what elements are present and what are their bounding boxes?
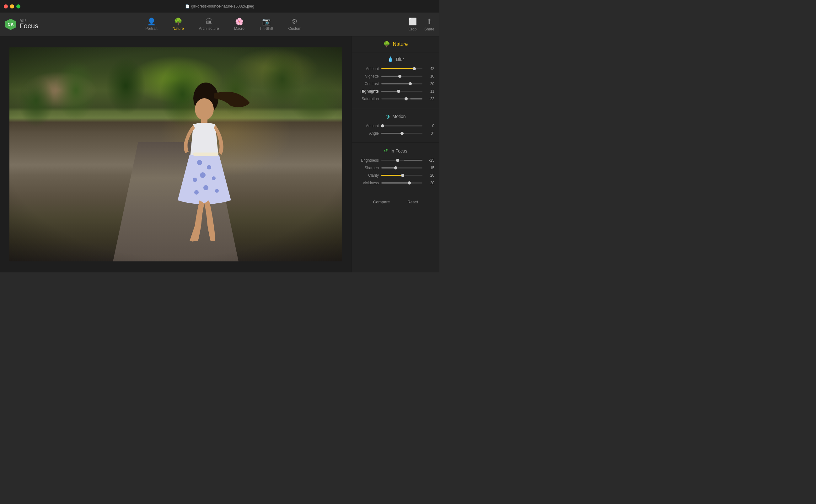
motion-angle-fill (381, 133, 402, 134)
motion-angle-value: 0° (425, 131, 434, 136)
logo-area: CK 2016 Focus (5, 19, 38, 30)
highlights-thumb[interactable] (397, 90, 400, 93)
share-label: Share (424, 27, 434, 31)
reset-button[interactable]: Reset (405, 198, 421, 206)
saturation-fill (410, 98, 422, 99)
contrast-label: Contrast (357, 82, 379, 86)
blur-amount-slider[interactable] (381, 68, 422, 69)
saturation-value: -22 (425, 97, 434, 101)
brightness-thumb[interactable] (396, 159, 399, 162)
motion-section: ◑ Motion Amount 0 Angle (352, 110, 439, 141)
clarity-slider[interactable] (381, 175, 422, 176)
right-panel: 🌳 Nature 💧 Blur Amount 42 (352, 36, 439, 272)
contrast-fill (381, 83, 410, 84)
tab-portrait-label: Portrait (145, 26, 158, 31)
nav-tabs: 👤 Portrait 🌳 Nature 🏛 Architecture 🌸 Mac… (51, 16, 396, 33)
bottom-actions: Compare Reset (352, 193, 439, 211)
logo-icon: CK (5, 19, 16, 30)
divider-2 (352, 142, 439, 143)
photo-container (5, 41, 346, 267)
saturation-label: Saturation (357, 97, 379, 101)
highlights-label: Highlights (357, 89, 379, 94)
close-button[interactable] (4, 4, 8, 8)
compare-button[interactable]: Compare (371, 198, 392, 206)
vividness-row: Vividness 20 (357, 181, 434, 185)
tab-custom-label: Custom (288, 26, 301, 31)
blur-title: Blur (396, 57, 404, 62)
sharpen-fill (381, 167, 396, 169)
brightness-label: Brightness (357, 158, 379, 163)
tab-nature[interactable]: 🌳 Nature (165, 16, 191, 33)
photo-vignette (9, 47, 342, 261)
motion-angle-slider[interactable] (381, 133, 422, 134)
saturation-slider[interactable] (381, 98, 422, 99)
photo-canvas (9, 47, 342, 261)
tiltshift-icon: 📷 (262, 18, 271, 25)
architecture-icon: 🏛 (206, 18, 212, 25)
motion-angle-label: Angle (357, 131, 379, 136)
highlights-fill (381, 91, 399, 92)
tab-portrait[interactable]: 👤 Portrait (138, 16, 165, 33)
contrast-value: 20 (425, 82, 434, 86)
vignette-value: 10 (425, 74, 434, 78)
tab-architecture-label: Architecture (199, 26, 219, 31)
tab-macro[interactable]: 🌸 Macro (227, 16, 252, 33)
motion-title: Motion (392, 114, 405, 119)
clarity-thumb[interactable] (401, 174, 404, 177)
panel-header-title: Nature (393, 41, 408, 47)
macro-icon: 🌸 (235, 18, 244, 25)
vividness-slider[interactable] (381, 182, 422, 184)
portrait-icon: 👤 (147, 18, 156, 25)
vignette-thumb[interactable] (398, 75, 401, 78)
motion-amount-row: Amount 0 (357, 124, 434, 128)
clarity-row: Clarity 20 (357, 173, 434, 178)
motion-amount-thumb[interactable] (381, 124, 384, 127)
crop-icon: ⬜ (408, 18, 417, 26)
crop-button[interactable]: ⬜ Crop (408, 18, 417, 31)
titlebar: 📄 girl-dress-bounce-nature-160826.jpeg (0, 0, 439, 13)
blur-amount-thumb[interactable] (413, 67, 416, 70)
motion-amount-slider[interactable] (381, 125, 422, 126)
maximize-button[interactable] (16, 4, 20, 8)
blur-section-header: 💧 Blur (357, 56, 434, 62)
motion-angle-thumb[interactable] (400, 132, 404, 135)
sharpen-row: Sharpen 15 (357, 166, 434, 170)
sharpen-slider[interactable] (381, 167, 422, 169)
traffic-lights (4, 4, 20, 8)
tab-nature-label: Nature (173, 26, 184, 31)
panel-header: 🌳 Nature (352, 36, 439, 52)
sharpen-thumb[interactable] (394, 166, 397, 169)
motion-section-header: ◑ Motion (357, 113, 434, 119)
clarity-label: Clarity (357, 173, 379, 178)
custom-icon: ⚙ (292, 18, 298, 25)
sharpen-label: Sharpen (357, 166, 379, 170)
saturation-thumb[interactable] (405, 97, 408, 100)
vividness-thumb[interactable] (408, 181, 411, 185)
vignette-slider[interactable] (381, 76, 422, 77)
blur-icon: 💧 (387, 56, 394, 62)
blur-amount-value: 42 (425, 67, 434, 71)
share-button[interactable]: ⬆ Share (424, 18, 434, 31)
blur-amount-row: Amount 42 (357, 67, 434, 71)
brightness-row: Brightness -25 (357, 158, 434, 163)
highlights-slider[interactable] (381, 91, 422, 92)
tab-tilt-shift[interactable]: 📷 Tilt-Shift (252, 16, 281, 33)
blur-section: 💧 Blur Amount 42 Vignette (352, 52, 439, 107)
tab-architecture[interactable]: 🏛 Architecture (191, 16, 227, 33)
contrast-thumb[interactable] (409, 82, 412, 85)
tab-custom[interactable]: ⚙ Custom (281, 16, 309, 33)
infocus-section-header: ↺ In Focus (357, 148, 434, 154)
minimize-button[interactable] (10, 4, 14, 8)
panel-header-icon: 🌳 (383, 41, 390, 48)
infocus-section: ↺ In Focus Brightness -25 Sharpen (352, 144, 439, 191)
infocus-title: In Focus (390, 148, 407, 153)
contrast-row: Contrast 20 (357, 82, 434, 86)
window-title-text: girl-dress-bounce-nature-160826.jpeg (191, 4, 254, 8)
motion-angle-row: Angle 0° (357, 131, 434, 136)
nature-icon: 🌳 (174, 18, 182, 25)
brightness-fill (404, 160, 422, 161)
clarity-fill (381, 175, 403, 176)
contrast-slider[interactable] (381, 83, 422, 84)
infocus-icon: ↺ (384, 148, 388, 154)
brightness-slider[interactable] (381, 160, 422, 161)
